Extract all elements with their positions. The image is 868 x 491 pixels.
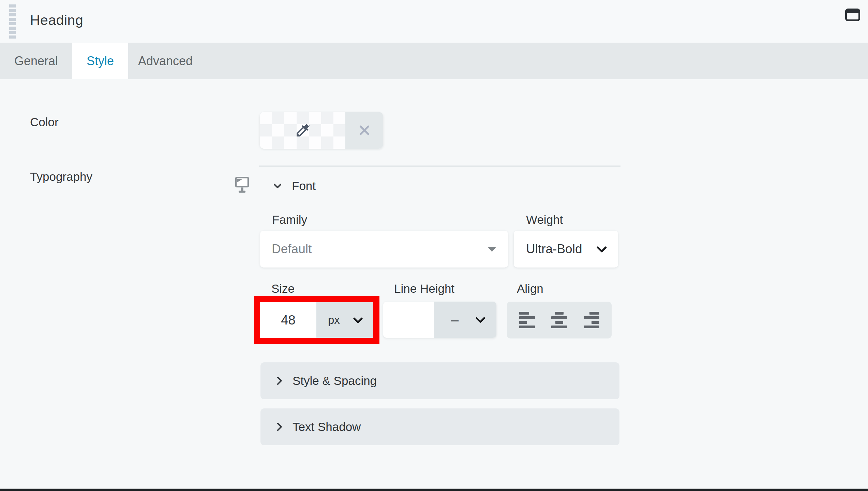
- line-height-unit-select[interactable]: –: [434, 302, 496, 338]
- drag-handle-icon[interactable]: [9, 4, 16, 39]
- align-left-icon: [519, 312, 535, 328]
- color-picker-group: [260, 112, 383, 149]
- align-button-group: [507, 302, 612, 338]
- clear-color-button[interactable]: [345, 112, 383, 149]
- size-input[interactable]: [260, 302, 316, 338]
- chevron-down-icon: [351, 314, 364, 327]
- tab-general[interactable]: General: [0, 43, 72, 79]
- text-shadow-section-header[interactable]: Text Shadow: [260, 408, 619, 445]
- size-unit-value: px: [328, 314, 340, 327]
- align-right-button[interactable]: [579, 306, 604, 334]
- chevron-right-icon: [273, 421, 285, 433]
- weight-selected-value: Ultra-Bold: [526, 242, 585, 256]
- style-spacing-section-title: Style & Spacing: [293, 374, 377, 388]
- line-height-control-group: –: [383, 302, 496, 338]
- chevron-right-icon: [273, 375, 285, 387]
- align-left-button[interactable]: [515, 306, 539, 334]
- align-label: Align: [517, 282, 543, 295]
- tab-advanced[interactable]: Advanced: [128, 43, 203, 79]
- chevron-down-icon: [474, 313, 487, 326]
- size-label: Size: [271, 282, 295, 295]
- section-divider: [259, 165, 620, 167]
- line-height-input[interactable]: [383, 302, 434, 338]
- size-control-group: px: [260, 302, 373, 338]
- weight-label: Weight: [526, 213, 563, 227]
- window-toggle-icon[interactable]: [845, 9, 860, 21]
- align-right-icon: [584, 312, 599, 328]
- family-select[interactable]: Default: [260, 231, 508, 268]
- font-section-header[interactable]: Font: [271, 177, 316, 195]
- tab-bar: General Style Advanced: [0, 43, 868, 79]
- bottom-edge-bar: [0, 489, 868, 491]
- tab-general-label: General: [14, 54, 58, 68]
- style-spacing-section-header[interactable]: Style & Spacing: [260, 362, 619, 399]
- color-swatch-button[interactable]: [260, 112, 345, 149]
- family-selected-value: Default: [272, 242, 312, 256]
- typography-label: Typography: [30, 170, 92, 184]
- panel-title: Heading: [30, 12, 83, 28]
- align-center-button[interactable]: [547, 306, 571, 334]
- tab-style-label: Style: [87, 54, 114, 68]
- align-center-icon: [551, 312, 567, 328]
- eyedropper-icon: [295, 122, 311, 139]
- font-section-title: Font: [292, 179, 316, 193]
- line-height-label: Line Height: [394, 282, 454, 295]
- weight-select[interactable]: Ultra-Bold: [514, 231, 618, 268]
- close-x-icon: [357, 122, 372, 138]
- color-label: Color: [30, 115, 59, 129]
- text-shadow-section-title: Text Shadow: [293, 420, 361, 434]
- chevron-down-icon: [595, 242, 609, 256]
- family-label: Family: [272, 213, 307, 227]
- tab-style[interactable]: Style: [72, 43, 128, 79]
- responsive-toggle-icon[interactable]: [235, 176, 250, 194]
- line-height-unit-value: –: [451, 312, 459, 328]
- chevron-down-icon: [271, 180, 284, 192]
- tab-advanced-label: Advanced: [138, 54, 193, 68]
- panel-header: Heading: [0, 0, 868, 43]
- dropdown-triangle-icon: [488, 247, 496, 252]
- size-unit-select[interactable]: px: [316, 302, 373, 338]
